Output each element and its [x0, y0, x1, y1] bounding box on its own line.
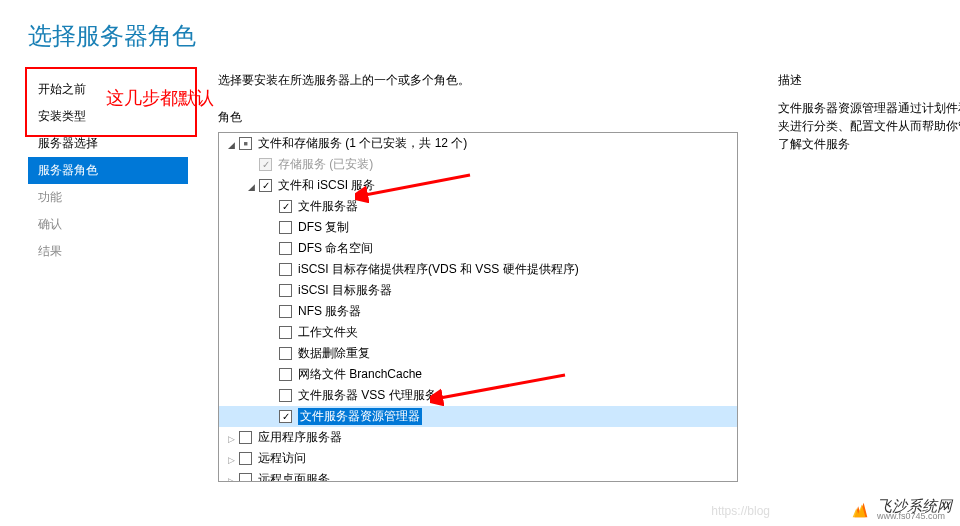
checkbox[interactable]: [279, 347, 292, 360]
flame-icon: [849, 499, 871, 521]
tree-row[interactable]: NFS 服务器: [219, 301, 737, 322]
checkbox[interactable]: [259, 179, 272, 192]
tree-row[interactable]: DFS 命名空间: [219, 238, 737, 259]
checkbox[interactable]: [239, 431, 252, 444]
checkbox[interactable]: [279, 410, 292, 423]
description-text: 文件服务器资源管理器通过计划件和文件夹进行分类、配置文件从而帮助你管理和了解文件…: [778, 99, 960, 153]
tree-label[interactable]: 存储服务 (已安装): [278, 156, 373, 173]
tree-label[interactable]: NFS 服务器: [298, 303, 361, 320]
checkbox[interactable]: [279, 368, 292, 381]
expand-caret-icon[interactable]: [245, 180, 257, 192]
nav-confirm: 确认: [28, 211, 188, 238]
tree-label[interactable]: 文件和存储服务 (1 个已安装，共 12 个): [258, 135, 467, 152]
checkbox[interactable]: [279, 242, 292, 255]
tree-row[interactable]: 远程桌面服务: [219, 469, 737, 482]
tree-label[interactable]: 网络文件 BranchCache: [298, 366, 422, 383]
checkbox[interactable]: [239, 452, 252, 465]
tree-row[interactable]: 工作文件夹: [219, 322, 737, 343]
checkbox[interactable]: [279, 221, 292, 234]
tree-row[interactable]: 文件和 iSCSI 服务: [219, 175, 737, 196]
blog-watermark: https://blog: [711, 504, 770, 518]
nav-features: 功能: [28, 184, 188, 211]
description-heading: 描述: [778, 72, 960, 89]
nav-result: 结果: [28, 238, 188, 265]
expand-caret-icon[interactable]: [225, 432, 237, 444]
tree-row[interactable]: 远程访问: [219, 448, 737, 469]
site-watermark: 飞沙系统网 www.fs0745.com: [849, 498, 952, 522]
checkbox[interactable]: [279, 305, 292, 318]
tree-label[interactable]: DFS 复制: [298, 219, 349, 236]
tree-label[interactable]: 应用程序服务器: [258, 429, 342, 446]
tree-label[interactable]: 远程访问: [258, 450, 306, 467]
page-title: 选择服务器角色: [0, 0, 960, 72]
roles-tree[interactable]: 文件和存储服务 (1 个已安装，共 12 个)存储服务 (已安装)文件和 iSC…: [218, 132, 738, 482]
tree-label[interactable]: 文件服务器: [298, 198, 358, 215]
nav-server-roles[interactable]: 服务器角色: [28, 157, 188, 184]
tree-label[interactable]: iSCSI 目标服务器: [298, 282, 392, 299]
checkbox[interactable]: [239, 137, 252, 150]
tree-row[interactable]: DFS 复制: [219, 217, 737, 238]
tree-row[interactable]: 数据删除重复: [219, 343, 737, 364]
tree-label[interactable]: DFS 命名空间: [298, 240, 373, 257]
checkbox[interactable]: [279, 326, 292, 339]
tree-row[interactable]: 应用程序服务器: [219, 427, 737, 448]
watermark-url: www.fs0745.com: [877, 512, 952, 522]
tree-label[interactable]: 文件服务器资源管理器: [298, 408, 422, 425]
instruction-text: 选择要安装在所选服务器上的一个或多个角色。: [218, 72, 738, 89]
checkbox[interactable]: [279, 263, 292, 276]
tree-label[interactable]: 远程桌面服务: [258, 471, 330, 482]
tree-row[interactable]: 文件和存储服务 (1 个已安装，共 12 个): [219, 133, 737, 154]
expand-caret-icon[interactable]: [225, 453, 237, 465]
checkbox: [259, 158, 272, 171]
tree-row[interactable]: 网络文件 BranchCache: [219, 364, 737, 385]
expand-caret-icon[interactable]: [225, 138, 237, 150]
checkbox[interactable]: [279, 200, 292, 213]
tree-label[interactable]: 工作文件夹: [298, 324, 358, 341]
checkbox[interactable]: [279, 389, 292, 402]
tree-row[interactable]: 存储服务 (已安装): [219, 154, 737, 175]
annotation-text: 这几步都默认: [106, 86, 214, 110]
tree-row[interactable]: 文件服务器: [219, 196, 737, 217]
roles-heading: 角色: [218, 109, 738, 126]
tree-label[interactable]: iSCSI 目标存储提供程序(VDS 和 VSS 硬件提供程序): [298, 261, 579, 278]
tree-row[interactable]: 文件服务器资源管理器: [219, 406, 737, 427]
tree-label[interactable]: 数据删除重复: [298, 345, 370, 362]
tree-row[interactable]: 文件服务器 VSS 代理服务: [219, 385, 737, 406]
tree-row[interactable]: iSCSI 目标存储提供程序(VDS 和 VSS 硬件提供程序): [219, 259, 737, 280]
tree-row[interactable]: iSCSI 目标服务器: [219, 280, 737, 301]
checkbox[interactable]: [239, 473, 252, 482]
tree-label[interactable]: 文件和 iSCSI 服务: [278, 177, 375, 194]
expand-caret-icon[interactable]: [225, 474, 237, 483]
tree-label[interactable]: 文件服务器 VSS 代理服务: [298, 387, 437, 404]
checkbox[interactable]: [279, 284, 292, 297]
